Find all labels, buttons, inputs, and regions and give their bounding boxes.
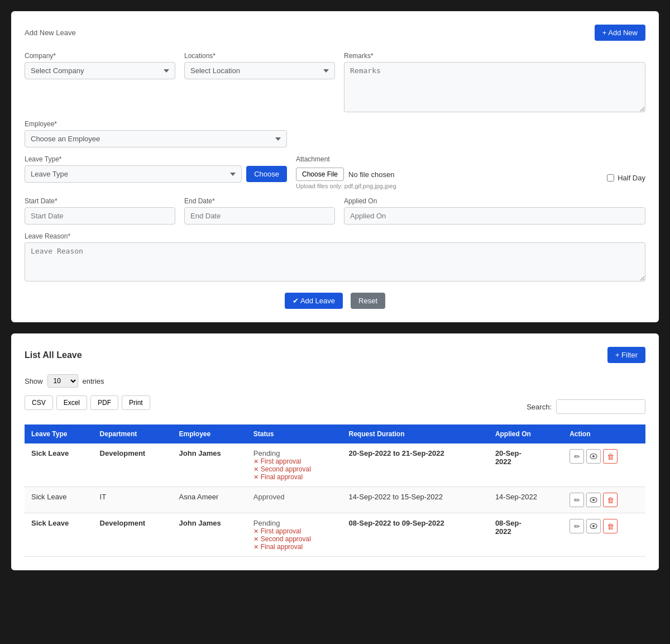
list-heading-post: Leave xyxy=(56,350,82,360)
applied-on-input[interactable] xyxy=(344,207,645,225)
remarks-group: Remarks* xyxy=(344,52,645,112)
show-entries: Show 10 25 50 100 entries xyxy=(25,374,104,388)
start-date-group: Start Date* xyxy=(25,197,175,225)
form-row-employee: Employee* Choose an Employee xyxy=(25,120,645,147)
edit-button[interactable]: ✏ xyxy=(570,449,584,464)
col-leave-type: Leave Type xyxy=(25,424,93,443)
leave-type-select[interactable]: Leave Type xyxy=(25,165,242,183)
add-leave-panel: Add New Leave + Add New Company* Select … xyxy=(11,11,659,322)
action-buttons: ✏ 🗑 xyxy=(570,519,639,533)
applied-on-group: Applied On xyxy=(344,197,645,225)
start-date-input[interactable] xyxy=(25,207,175,225)
export-buttons: CSV Excel PDF Print xyxy=(25,395,150,410)
delete-button[interactable]: 🗑 xyxy=(603,449,618,464)
search-input[interactable] xyxy=(556,399,645,414)
form-row-leave-type: Leave Type* Leave Type Choose Attachment… xyxy=(25,155,645,189)
leave-type-choose-button[interactable]: Choose xyxy=(246,166,287,182)
company-select[interactable]: Select Company xyxy=(25,62,175,79)
show-label: Show xyxy=(25,377,43,385)
view-button[interactable] xyxy=(586,519,601,533)
reset-button[interactable]: Reset xyxy=(351,293,385,309)
approval-item: First approval xyxy=(253,457,336,465)
table-row: Sick Leave Development John James Pendin… xyxy=(25,513,645,557)
cell-department: Development xyxy=(93,513,173,557)
cell-applied-on: 08-Sep-2022 xyxy=(489,513,563,557)
entries-select[interactable]: 10 25 50 100 xyxy=(47,374,78,388)
choose-file-button[interactable]: Choose File xyxy=(296,168,344,181)
table-header: Leave Type Department Employee Status Re… xyxy=(25,424,645,443)
col-department: Department xyxy=(93,424,173,443)
view-button[interactable] xyxy=(586,493,601,507)
filter-button[interactable]: + Filter xyxy=(607,347,645,363)
cell-request-duration: 20-Sep-2022 to 21-Sep-2022 xyxy=(342,443,489,487)
employee-label: Employee* xyxy=(25,120,287,128)
approval-item: Final approval xyxy=(253,473,336,481)
list-controls: Show 10 25 50 100 entries xyxy=(25,374,645,388)
cell-applied-on: 14-Sep-2022 xyxy=(489,487,563,513)
eye-icon xyxy=(590,523,597,529)
half-day-group: Half Day xyxy=(607,155,645,189)
form-row-company-location: Company* Select Company Locations* Selec… xyxy=(25,52,645,112)
half-day-checkbox[interactable] xyxy=(607,174,614,182)
approval-item: Second approval xyxy=(253,535,336,543)
location-label: Locations* xyxy=(184,52,335,60)
svg-point-1 xyxy=(592,455,595,457)
edit-button[interactable]: ✏ xyxy=(570,519,584,533)
action-buttons: ✏ 🗑 xyxy=(570,493,639,507)
view-button[interactable] xyxy=(586,449,601,464)
company-group: Company* Select Company xyxy=(25,52,175,112)
attachment-group: Attachment Choose File No file chosen Up… xyxy=(296,155,598,189)
cell-leave-type: Sick Leave xyxy=(25,487,93,513)
cell-leave-type: Sick Leave xyxy=(25,443,93,487)
approval-item: Second approval xyxy=(253,465,336,473)
leaves-table: Leave Type Department Employee Status Re… xyxy=(25,424,645,557)
excel-button[interactable]: Excel xyxy=(56,395,87,410)
eye-icon xyxy=(590,454,597,459)
leave-reason-textarea[interactable] xyxy=(25,242,645,282)
leave-type-label: Leave Type* xyxy=(25,155,287,163)
add-panel-title: Add New Leave xyxy=(25,28,76,37)
add-new-button[interactable]: + Add New xyxy=(595,25,645,41)
cell-request-duration: 08-Sep-2022 to 09-Sep-2022 xyxy=(342,513,489,557)
delete-button[interactable]: 🗑 xyxy=(603,493,618,507)
eye-icon xyxy=(590,497,597,503)
list-panel-header: List All Leave + Filter xyxy=(25,347,645,363)
entries-label: entries xyxy=(83,377,104,385)
list-leave-panel: List All Leave + Filter Show 10 25 50 10… xyxy=(11,333,659,570)
col-request-duration: Request Duration xyxy=(342,424,489,443)
action-buttons: ✏ 🗑 xyxy=(570,449,639,464)
print-button[interactable]: Print xyxy=(122,395,150,410)
attachment-label: Attachment xyxy=(296,155,598,163)
list-heading-pre: List All xyxy=(25,350,54,360)
cell-status: PendingFirst approvalSecond approvalFina… xyxy=(247,513,342,557)
add-leave-button[interactable]: ✔ Add Leave xyxy=(285,293,343,309)
table-row: Sick Leave IT Asna Ameer Approved 14-Sep… xyxy=(25,487,645,513)
company-label: Company* xyxy=(25,52,175,60)
leave-reason-label: Leave Reason* xyxy=(25,232,645,240)
delete-button[interactable]: 🗑 xyxy=(603,519,618,533)
employee-select[interactable]: Choose an Employee xyxy=(25,130,287,147)
cell-leave-type: Sick Leave xyxy=(25,513,93,557)
approval-item: Final approval xyxy=(253,543,336,551)
cell-employee: John James xyxy=(173,513,247,557)
end-date-input[interactable] xyxy=(184,207,335,225)
cell-request-duration: 14-Sep-2022 to 15-Sep-2022 xyxy=(342,487,489,513)
location-select[interactable]: Select Location xyxy=(184,62,335,79)
svg-point-5 xyxy=(592,525,595,527)
search-wrapper: Search: xyxy=(527,399,645,414)
leave-type-group: Leave Type* Leave Type Choose xyxy=(25,155,287,189)
cell-action: ✏ 🗑 xyxy=(563,513,645,557)
cell-applied-on: 20-Sep-2022 xyxy=(489,443,563,487)
cell-status: PendingFirst approvalSecond approvalFina… xyxy=(247,443,342,487)
add-panel-header: Add New Leave + Add New xyxy=(25,25,645,41)
cell-status: Approved xyxy=(247,487,342,513)
file-input-wrapper: Choose File No file chosen xyxy=(296,168,598,181)
cell-department: Development xyxy=(93,443,173,487)
edit-button[interactable]: ✏ xyxy=(570,493,584,507)
form-row-reason: Leave Reason* xyxy=(25,232,645,282)
remarks-textarea[interactable] xyxy=(344,62,645,112)
cell-employee: Asna Ameer xyxy=(173,487,247,513)
pdf-button[interactable]: PDF xyxy=(90,395,118,410)
cell-department: IT xyxy=(93,487,173,513)
csv-button[interactable]: CSV xyxy=(25,395,53,410)
